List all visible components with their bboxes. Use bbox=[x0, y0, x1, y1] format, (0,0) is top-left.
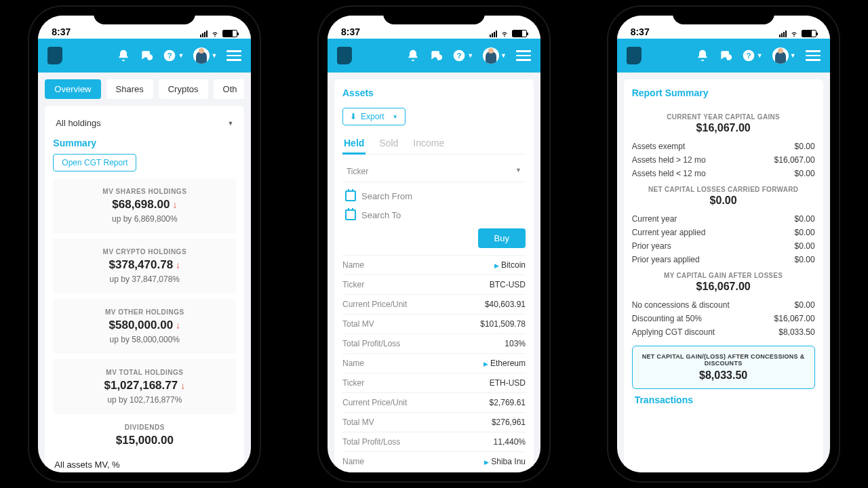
calendar-icon bbox=[345, 209, 356, 220]
notch bbox=[383, 7, 485, 24]
asset-row-value: 11,440% bbox=[494, 437, 526, 447]
status-time: 8:37 bbox=[52, 26, 71, 37]
open-cgt-button[interactable]: Open CGT Report bbox=[53, 154, 136, 171]
asset-row-label: Name bbox=[342, 260, 364, 270]
svg-text:?: ? bbox=[746, 51, 751, 60]
chat-icon[interactable] bbox=[140, 49, 153, 62]
asset-row: Total MV$101,509.78 bbox=[342, 314, 526, 333]
bell-icon[interactable] bbox=[696, 49, 709, 62]
menu-icon[interactable] bbox=[226, 50, 241, 61]
app-header: ?▼ ▼ bbox=[617, 39, 830, 73]
subtab-held[interactable]: Held bbox=[342, 134, 366, 155]
report-row: Current year applied$0.00 bbox=[632, 226, 815, 239]
expand-icon[interactable]: ▶ bbox=[484, 459, 489, 466]
report-row: Assets held < 12 mo$0.00 bbox=[632, 167, 815, 180]
avatar-menu[interactable]: ▼ bbox=[483, 47, 507, 64]
avatar-menu[interactable]: ▼ bbox=[193, 47, 217, 64]
search-to-input[interactable]: Search To bbox=[342, 205, 526, 224]
report-row-label: Discounting at 50% bbox=[632, 314, 702, 323]
bell-icon[interactable] bbox=[406, 49, 420, 62]
report-row: Assets exempt$0.00 bbox=[632, 140, 815, 153]
metric-shares: MV SHARES HOLDINGS $68,698.00↓ up by 6,8… bbox=[53, 178, 236, 233]
tab-overview[interactable]: Overview bbox=[45, 79, 100, 99]
bell-icon[interactable] bbox=[117, 49, 130, 62]
holdings-dropdown[interactable]: All holdings ▼ bbox=[53, 114, 236, 135]
battery-icon bbox=[802, 30, 816, 37]
asset-row-value: ▶ Shiba Inu bbox=[484, 457, 526, 466]
asset-row-label: Total MV bbox=[342, 418, 374, 427]
cutoff-text: All assets MV, % bbox=[53, 457, 236, 472]
notch bbox=[94, 7, 195, 24]
metric-total: MV TOTAL HOLDINGS $1,027,168.77↓ up by 1… bbox=[53, 359, 236, 414]
asset-row: Total Profit/Loss103% bbox=[342, 333, 526, 353]
calendar-icon bbox=[345, 190, 356, 201]
search-from-input[interactable]: Search From bbox=[342, 186, 526, 205]
buy-button[interactable]: Buy bbox=[478, 228, 526, 248]
metric-sub: up by 58,000,000% bbox=[60, 335, 229, 344]
metric-other: MV OTHER HOLDINGS $580,000.00↓ up by 58,… bbox=[53, 299, 236, 354]
report-row: Current year$0.00 bbox=[632, 212, 815, 226]
export-button[interactable]: ⬇ Export ▼ bbox=[342, 108, 406, 125]
maintabs: Overview Shares Cryptos Oth bbox=[45, 79, 244, 99]
app-logo[interactable] bbox=[337, 47, 352, 64]
ticker-select[interactable]: Ticker ▼ bbox=[342, 161, 526, 182]
help-icon[interactable]: ?▼ bbox=[742, 49, 763, 62]
wifi-icon bbox=[789, 30, 799, 37]
tab-other[interactable]: Oth bbox=[214, 79, 245, 99]
s2-title: NET CAPITAL LOSSES CARRIED FORWARD bbox=[632, 186, 815, 193]
metric-value: $378,470.78 bbox=[109, 258, 174, 272]
battery-icon bbox=[222, 30, 237, 37]
search-to-placeholder: Search To bbox=[361, 210, 401, 220]
battery-icon bbox=[512, 30, 527, 37]
subtab-sold[interactable]: Sold bbox=[378, 134, 399, 154]
report-row-value: $0.00 bbox=[795, 300, 815, 310]
status-time: 8:37 bbox=[631, 26, 650, 37]
asset-subtabs: Held Sold Income bbox=[342, 134, 526, 155]
metric-label: MV OTHER HOLDINGS bbox=[60, 308, 229, 316]
chat-icon[interactable] bbox=[429, 49, 443, 62]
report-row-value: $16,067.00 bbox=[774, 155, 815, 165]
net-value: $8,033.50 bbox=[639, 369, 808, 382]
s2-value: $0.00 bbox=[632, 195, 815, 207]
menu-icon[interactable] bbox=[806, 50, 821, 61]
avatar-menu[interactable]: ▼ bbox=[772, 47, 796, 64]
arrow-down-icon: ↓ bbox=[176, 260, 180, 270]
metric-value: $15,000.00 bbox=[116, 434, 174, 447]
metric-sub: up by 102,716,877% bbox=[60, 395, 229, 405]
report-row-label: Prior years bbox=[632, 241, 671, 251]
report-row: Prior years applied$0.00 bbox=[632, 253, 815, 266]
report-title: Report Summary bbox=[632, 87, 815, 98]
asset-row-label: Name bbox=[342, 359, 364, 368]
subtab-income[interactable]: Income bbox=[412, 134, 446, 154]
tab-shares[interactable]: Shares bbox=[106, 79, 153, 99]
asset-row: Name▶ Ethereum bbox=[342, 353, 526, 373]
report-row-value: $16,067.00 bbox=[774, 314, 815, 323]
asset-row-value: $101,509.78 bbox=[480, 319, 526, 329]
metric-dividends: DIVIDENDS $15,000.00 bbox=[53, 420, 236, 451]
s1-title: CURRENT YEAR CAPITAL GAINS bbox=[632, 113, 815, 121]
phone-assets: 8:37 ?▼ ▼ Assets ⬇ Export bbox=[319, 7, 549, 481]
report-row-label: No concessions & discount bbox=[632, 300, 730, 310]
net-title: NET CAPITAL GAIN/(LOSS) AFTER CONCESSION… bbox=[639, 353, 808, 367]
app-logo[interactable] bbox=[627, 47, 642, 64]
asset-row-label: Total MV bbox=[342, 319, 374, 329]
asset-table: Name▶ BitcoinTickerBTC-USDCurrent Price/… bbox=[342, 255, 526, 471]
menu-icon[interactable] bbox=[516, 50, 531, 61]
transactions-link[interactable]: Transactions bbox=[632, 389, 815, 405]
help-icon[interactable]: ?▼ bbox=[163, 49, 184, 62]
s3-title: MY CAPITAL GAIN AFTER LOSSES bbox=[632, 272, 815, 279]
report-row: Assets held > 12 mo$16,067.00 bbox=[632, 153, 815, 167]
download-icon: ⬇ bbox=[350, 112, 357, 121]
signal-icon bbox=[200, 30, 208, 37]
report-row-label: Assets held < 12 mo bbox=[632, 169, 706, 178]
expand-icon[interactable]: ▶ bbox=[494, 262, 499, 269]
app-logo[interactable] bbox=[47, 47, 62, 64]
report-row: No concessions & discount$0.00 bbox=[632, 298, 815, 312]
expand-icon[interactable]: ▶ bbox=[484, 361, 488, 367]
chat-icon[interactable] bbox=[719, 49, 732, 62]
help-icon[interactable]: ?▼ bbox=[452, 49, 473, 62]
report-row-label: Current year applied bbox=[632, 228, 706, 237]
asset-row: Name▶ Bitcoin bbox=[342, 255, 526, 274]
asset-row: Name▶ Shiba Inu bbox=[342, 451, 526, 471]
tab-cryptos[interactable]: Cryptos bbox=[159, 79, 208, 99]
